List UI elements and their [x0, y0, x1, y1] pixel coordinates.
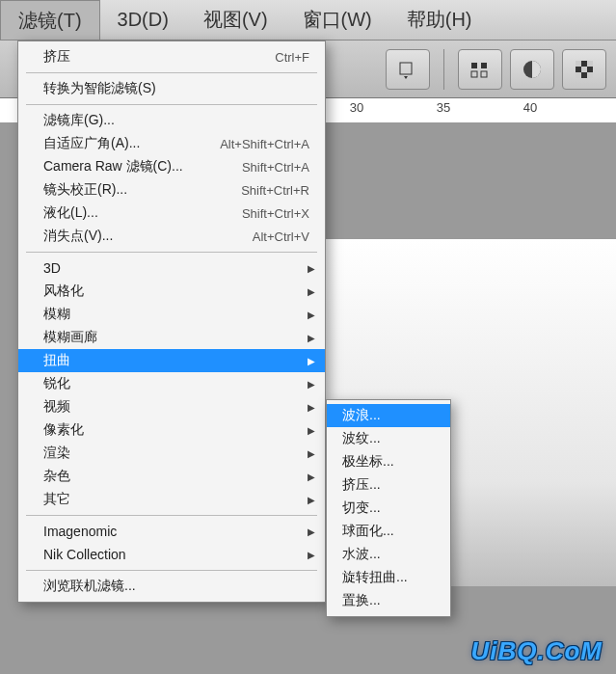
toolbar-align-button[interactable] [458, 49, 502, 90]
toolbar-separator [443, 49, 444, 90]
toolbar-mask-button[interactable] [562, 49, 606, 90]
mask-icon [574, 59, 595, 80]
submenu-item-zigzag[interactable]: 水波... [327, 543, 450, 566]
watermark-text: UiBQ.CoM [470, 636, 603, 666]
submenu-item-pinch[interactable]: 挤压... [327, 473, 450, 497]
submenu-item-spherize[interactable]: 球面化... [327, 520, 450, 543]
svg-rect-4 [481, 71, 487, 77]
menu-item-liquify[interactable]: 液化(L)...Shift+Ctrl+X [18, 202, 325, 225]
menu-separator [26, 515, 317, 516]
svg-rect-8 [581, 67, 587, 72]
svg-rect-11 [587, 72, 593, 78]
menu-item-adaptive-wide-angle[interactable]: 自适应广角(A)...Alt+Shift+Ctrl+A [18, 132, 325, 155]
submenu-item-twirl[interactable]: 旋转扭曲... [327, 566, 450, 589]
menu-separator [26, 104, 317, 105]
svg-rect-2 [481, 63, 487, 68]
menu-help[interactable]: 帮助(H) [389, 0, 490, 40]
menu-item-render[interactable]: 渲染 [18, 442, 325, 465]
menu-item-imagenomic[interactable]: Imagenomic [18, 520, 325, 543]
menu-item-stylize[interactable]: 风格化 [18, 280, 325, 303]
submenu-item-shear[interactable]: 切变... [327, 497, 450, 520]
submenu-item-displace[interactable]: 置换... [327, 589, 450, 612]
filter-menu-dropdown: 挤压 Ctrl+F 转换为智能滤镜(S) 滤镜库(G)... 自适应广角(A).… [17, 40, 326, 603]
menu-item-filter-gallery[interactable]: 滤镜库(G)... [18, 109, 325, 132]
menu-item-lens-correction[interactable]: 镜头校正(R)...Shift+Ctrl+R [18, 178, 325, 202]
distort-submenu: 波浪... 波纹... 极坐标... 挤压... 切变... 球面化... 水波… [326, 399, 451, 617]
menu-item-convert-smart-filter[interactable]: 转换为智能滤镜(S) [18, 77, 325, 100]
ruler-tick-label: 30 [350, 100, 363, 115]
toolbar-adjustment-button[interactable] [510, 49, 554, 90]
menu-window[interactable]: 窗口(W) [285, 0, 389, 40]
svg-rect-9 [587, 61, 593, 67]
preset-dropdown-icon [398, 60, 417, 79]
menubar: 滤镜(T) 3D(D) 视图(V) 窗口(W) 帮助(H) [0, 0, 616, 40]
menu-item-sharpen[interactable]: 锐化 [18, 372, 325, 395]
svg-rect-3 [471, 71, 477, 77]
ruler-tick-label: 40 [523, 100, 537, 115]
svg-rect-10 [576, 72, 581, 78]
menu-separator [26, 72, 317, 73]
menu-item-nik-collection[interactable]: Nik Collection [18, 543, 325, 566]
menu-filter[interactable]: 滤镜(T) [0, 0, 100, 40]
adjustment-icon [522, 59, 543, 80]
align-icon [469, 60, 491, 79]
menu-item-camera-raw[interactable]: Camera Raw 滤镜(C)...Shift+Ctrl+A [18, 155, 325, 178]
menu-item-last-filter[interactable]: 挤压 Ctrl+F [18, 45, 325, 68]
menu-separator [26, 570, 317, 571]
menu-item-browse-online-filters[interactable]: 浏览联机滤镜... [18, 575, 325, 598]
svg-rect-7 [576, 61, 581, 67]
menu-view[interactable]: 视图(V) [186, 0, 285, 40]
menu-item-distort[interactable]: 扭曲 [18, 349, 325, 372]
menu-item-vanishing-point[interactable]: 消失点(V)...Alt+Ctrl+V [18, 225, 325, 248]
svg-rect-0 [400, 63, 412, 74]
submenu-item-wave[interactable]: 波浪... [327, 404, 450, 427]
submenu-item-ripple[interactable]: 波纹... [327, 427, 450, 450]
menu-item-blur-gallery[interactable]: 模糊画廊 [18, 326, 325, 349]
menu-item-video[interactable]: 视频 [18, 395, 325, 418]
menu-item-3d[interactable]: 3D [18, 256, 325, 280]
ruler-tick-label: 35 [437, 100, 450, 115]
menu-item-pixelate[interactable]: 像素化 [18, 418, 325, 442]
menu-item-other[interactable]: 其它 [18, 488, 325, 511]
menu-item-noise[interactable]: 杂色 [18, 465, 325, 488]
menu-3d[interactable]: 3D(D) [100, 0, 186, 40]
menu-item-blur[interactable]: 模糊 [18, 303, 325, 326]
svg-rect-1 [471, 63, 477, 68]
menu-separator [26, 252, 317, 253]
submenu-item-polar[interactable]: 极坐标... [327, 450, 450, 473]
toolbar-preset-button[interactable] [386, 49, 430, 90]
